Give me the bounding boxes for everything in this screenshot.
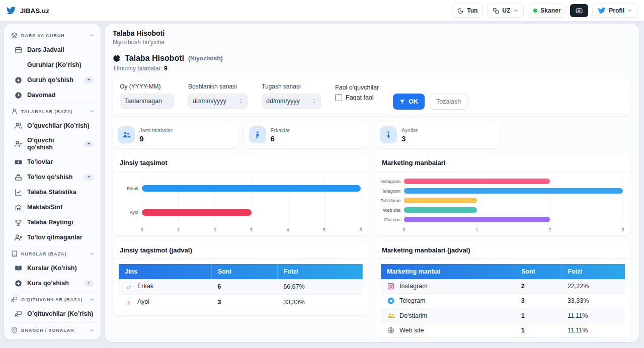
users-icon (14, 122, 22, 130)
filter-ok-button[interactable]: OK (393, 94, 425, 110)
axis-tick-label: 1 (177, 227, 180, 232)
sidebar-section-dars-va-guruh[interactable]: DARS VA GURUH (8, 28, 97, 42)
month-filter-input[interactable] (124, 98, 170, 105)
chart-bar (404, 188, 623, 194)
sidebar-item-tolov-qilmaganlar[interactable]: To’lov qilmaganlar (8, 230, 97, 245)
category-label: Web site (383, 208, 400, 213)
gender-table: JinsSoniFoizi♂Erkak666,67%♀Ayol333,33% (119, 264, 363, 310)
only-active-checkbox[interactable] (335, 94, 342, 101)
table-row[interactable]: ♀Ayol333,33% (119, 295, 363, 310)
brand[interactable]: JIBAS.uz (6, 6, 49, 16)
male-person-icon (249, 126, 266, 143)
sidebar-item-talaba-statistika[interactable]: Talaba Statistika (8, 185, 97, 200)
category-label: Ayol (130, 210, 138, 215)
cash-register-icon (14, 173, 22, 181)
brand-name: JIBAS.uz (20, 7, 49, 15)
gender-bar-chart: ErkakAyol0123456 (118, 177, 361, 232)
marketing-chart-panel: Marketing manbalari InstagramTelegramDo'… (375, 154, 631, 235)
chevron-down-icon (89, 109, 95, 114)
date-spinner-icon[interactable] (312, 98, 316, 104)
sidebar-section-talabalar[interactable]: TALABALAR (BAZA) (8, 104, 97, 118)
sidebar-section-kurslar[interactable]: KURSLAR (BAZA) (8, 246, 97, 260)
charts-row: Jinsiy taqsimot ErkakAyol0123456 Marketi… (113, 154, 631, 235)
female-person-icon (380, 126, 397, 143)
chevron-down-icon (627, 8, 632, 13)
table-row[interactable]: Do'stlarim111,11% (381, 308, 625, 323)
sidebar-item-maktab-sinf[interactable]: Maktab/Sinf (8, 200, 97, 215)
sidebar-item-oquvchi-qoshish[interactable]: O’quvchi qo’shish + (8, 133, 97, 154)
female-icon: ♀ (125, 299, 133, 306)
chart-line-icon (14, 188, 22, 196)
marketing-table-title: Marketing manbalari (jadval) (375, 241, 631, 259)
end-date-label: Tugash sanasi (262, 83, 321, 90)
sidebar-item-talaba-reytingi[interactable]: Talaba Reytingi (8, 215, 97, 230)
end-date-input[interactable] (266, 98, 310, 105)
chevron-down-icon (89, 327, 95, 333)
male-icon: ♂ (125, 284, 133, 291)
total-students: Umumiy talabalar: 9 (114, 65, 631, 72)
sidebar-item-kurslar-korish[interactable]: Kurslar (Ko’rish) (8, 260, 97, 276)
sidebar-item-tolovlar[interactable]: To’lovlar (8, 154, 97, 169)
scanner-button[interactable]: Skaner (528, 4, 566, 18)
calendar-icon (14, 46, 22, 54)
chevron-down-icon (89, 251, 95, 256)
filter-clear-button[interactable]: Tozalash (430, 94, 467, 110)
table-row[interactable]: ♂Erkak666,67% (119, 279, 363, 295)
sidebar-section-oqituvchilar[interactable]: O’QITUVCHILAR (BAZA) (8, 292, 97, 306)
gender-chart-title: Jinsiy taqsimot (113, 154, 369, 171)
date-spinner-icon[interactable] (238, 98, 243, 104)
axis-tick-label: 0 (403, 227, 405, 232)
student-icon (11, 108, 18, 115)
spacer (14, 61, 22, 69)
sidebar-item-dars-jadvali[interactable]: Dars Jadvali (8, 42, 97, 57)
clock-icon (14, 91, 22, 99)
category-label: Telegram (382, 189, 400, 194)
stats-row: Jami talabalar 9 Erkaklar 6 Ayollar 3 (113, 122, 631, 148)
plus-circle-icon (14, 279, 22, 287)
axis-tick-label: 2 (213, 227, 216, 232)
marketing-table: Marketing manbaiSoniFoiziInstagram222,22… (381, 264, 625, 342)
filter-bar: Oy (YYYY-MM) Boshlanish sanasi Tugash sa… (113, 78, 631, 116)
moon-icon (457, 8, 464, 14)
column-header: Foizi (277, 264, 363, 279)
report-title: Talaba Hisoboti (125, 54, 184, 63)
camera-button[interactable] (570, 4, 588, 17)
table-row[interactable]: Web site111,11% (381, 323, 625, 338)
marketing-bar-chart: InstagramTelegramDo'stlarimWeb siteOta-o… (380, 177, 623, 232)
layers-icon (11, 32, 18, 39)
sidebar-item-guruh-qoshish[interactable]: Guruh qo’shish + (8, 72, 97, 88)
stat-card-male: Erkaklar 6 (244, 122, 369, 148)
translate-icon (493, 8, 499, 14)
chevron-down-icon (89, 297, 95, 302)
column-header: Soni (211, 264, 277, 279)
main-content: Talaba Hisoboti Niyozbosh bo'yicha Talab… (105, 24, 639, 342)
report-scope: (Niyozbosh) (188, 55, 223, 62)
sidebar-section-branch-xonalar[interactable]: BRANCH / XONALAR (8, 322, 97, 337)
table-row[interactable]: Ota-ona222,22% (381, 338, 625, 342)
sidebar-item-oquvchilar-korish[interactable]: O’quvchilar (Ko’rish) (8, 118, 97, 133)
table-row[interactable]: Instagram222,22% (381, 279, 625, 294)
sidebar-item-oqituvchilar-korish[interactable]: O’qituvchilar (Ko’rish) (8, 306, 97, 321)
gender-chart-panel: Jinsiy taqsimot ErkakAyol0123456 (113, 154, 369, 235)
axis-tick-label: 6 (359, 227, 362, 232)
plus-badge: + (84, 77, 94, 83)
sidebar-item-tolov-qoshish[interactable]: To’lov qo’shish + (8, 169, 97, 185)
sidebar-item-guruhlar-korish[interactable]: Guruhlar (Ko’rish) (8, 57, 97, 72)
status-dot-icon (533, 9, 537, 13)
axis-tick-label: 2 (548, 227, 551, 232)
user-x-icon (14, 233, 22, 241)
page-subtitle: Niyozbosh bo'yicha (113, 39, 631, 46)
table-row[interactable]: Telegram333,33% (381, 294, 625, 308)
theme-toggle-button[interactable]: Tun (452, 4, 483, 18)
sidebar-item-kurs-qoshish[interactable]: Kurs qo’shish + (8, 276, 97, 291)
trophy-icon (14, 218, 22, 226)
profile-button[interactable]: Profil (592, 4, 638, 18)
chevron-down-icon (513, 8, 518, 13)
start-date-input[interactable] (193, 98, 236, 105)
month-filter-label: Oy (YYYY-MM) (120, 83, 174, 90)
banknote-icon (14, 158, 22, 166)
sidebar-item-davomad[interactable]: Davomad (8, 88, 97, 103)
axis-tick-label: 3 (621, 227, 624, 232)
axis-tick-label: 3 (250, 227, 253, 232)
language-selector[interactable]: UZ (487, 4, 524, 18)
